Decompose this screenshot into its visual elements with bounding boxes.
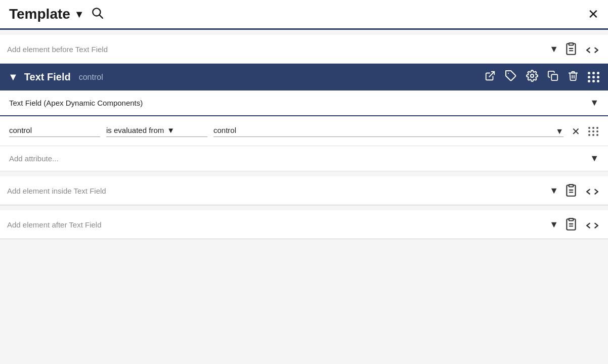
value-chevron-icon[interactable]: ▼ xyxy=(555,127,563,136)
attribute-name: control xyxy=(9,126,100,137)
attribute-drag-handle-icon[interactable] xyxy=(588,127,599,136)
svg-line-1 xyxy=(100,15,103,18)
clipboard-before-icon[interactable] xyxy=(562,40,580,58)
copy-icon[interactable] xyxy=(547,70,558,84)
code-after-icon[interactable] xyxy=(584,217,601,232)
add-after-chevron-icon[interactable]: ▼ xyxy=(549,219,558,230)
search-icon[interactable] xyxy=(91,6,104,22)
code-inside-icon[interactable] xyxy=(584,183,601,198)
attribute-value-container: control ▼ xyxy=(213,126,563,137)
operator-chevron-icon[interactable]: ▼ xyxy=(167,126,175,134)
svg-rect-9 xyxy=(569,185,574,187)
tf-title: Text Field xyxy=(24,71,71,83)
attribute-operator[interactable]: is evaluated from ▼ xyxy=(106,126,207,137)
add-inside-label[interactable]: Add element inside Text Field xyxy=(7,179,545,202)
tf-collapse-chevron-icon[interactable]: ▼ xyxy=(8,71,18,83)
component-chevron-icon[interactable]: ▼ xyxy=(590,98,599,108)
add-element-inside-row: Add element inside Text Field ▼ xyxy=(0,176,608,205)
svg-line-5 xyxy=(489,72,494,77)
header: Template ▼ ✕ xyxy=(0,0,608,30)
add-element-after-row: Add element after Text Field ▼ xyxy=(0,210,608,239)
attributes-section: control is evaluated from ▼ control ▼ ✕ xyxy=(0,116,608,146)
add-after-label[interactable]: Add element after Text Field xyxy=(7,213,545,236)
text-field-bar: ▼ Text Field control xyxy=(0,64,608,90)
tag-icon[interactable] xyxy=(505,70,517,84)
title-chevron-icon[interactable]: ▼ xyxy=(74,9,84,20)
tf-subtitle: control xyxy=(79,73,103,82)
trash-icon[interactable] xyxy=(568,70,579,84)
close-icon[interactable]: ✕ xyxy=(588,7,599,22)
svg-rect-8 xyxy=(551,74,557,80)
attribute-row: control is evaluated from ▼ control ▼ ✕ xyxy=(9,125,599,146)
attribute-value: control xyxy=(213,126,552,136)
clipboard-inside-icon[interactable] xyxy=(562,181,580,200)
add-element-before-row: Add element before Text Field ▼ xyxy=(0,35,608,64)
attribute-delete-icon[interactable]: ✕ xyxy=(572,125,580,138)
svg-rect-2 xyxy=(569,43,574,45)
add-before-chevron-icon[interactable]: ▼ xyxy=(549,44,558,55)
gear-icon[interactable] xyxy=(526,70,538,84)
svg-rect-12 xyxy=(569,218,574,220)
component-selector: Text Field (Apex Dynamic Components) ▼ xyxy=(0,90,608,116)
attribute-operator-label: is evaluated from xyxy=(106,126,164,134)
dots-menu-icon[interactable] xyxy=(588,72,600,82)
external-link-icon[interactable] xyxy=(485,70,496,84)
add-inside-chevron-icon[interactable]: ▼ xyxy=(549,186,558,196)
code-before-icon[interactable] xyxy=(584,41,601,57)
page-title: Template xyxy=(9,6,70,22)
component-label: Text Field (Apex Dynamic Components) xyxy=(9,99,586,107)
add-attribute-chevron-icon[interactable]: ▼ xyxy=(590,153,599,164)
add-attribute-row: Add attribute... ▼ xyxy=(0,146,608,171)
svg-point-7 xyxy=(531,74,534,77)
clipboard-after-icon[interactable] xyxy=(562,215,580,234)
tf-actions xyxy=(485,70,600,84)
add-before-label[interactable]: Add element before Text Field xyxy=(7,38,545,61)
add-attribute-label[interactable]: Add attribute... xyxy=(9,154,586,163)
